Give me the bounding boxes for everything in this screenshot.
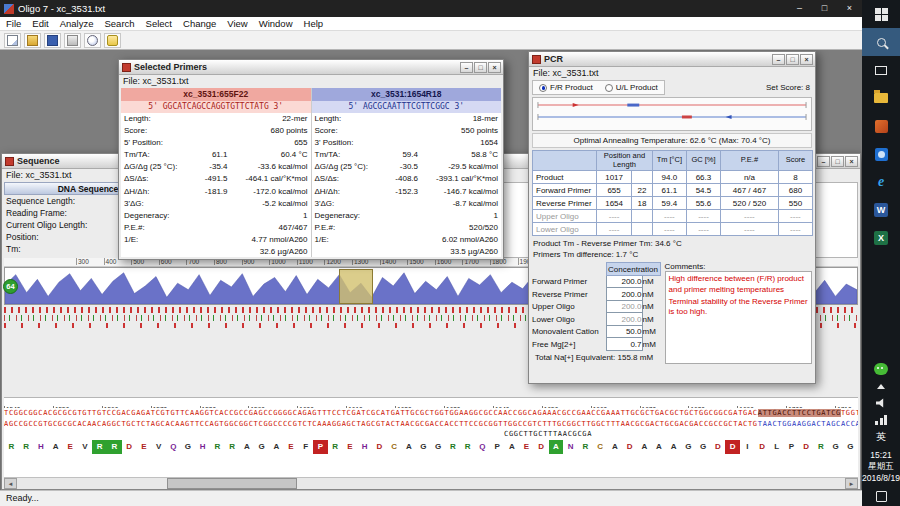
radio-u-l-product[interactable]: U/L Product — [605, 83, 658, 92]
aa-letter: P — [490, 440, 505, 454]
radio-f-r-product[interactable]: F/R Product — [539, 83, 593, 92]
close-button[interactable]: × — [800, 54, 813, 65]
find-oligo-button[interactable] — [84, 33, 101, 48]
aa-letter: D — [725, 440, 740, 454]
menu-search[interactable]: Search — [105, 18, 135, 29]
minimize-button[interactable]: – — [772, 54, 785, 65]
action-center-button[interactable] — [862, 486, 900, 506]
current-oligo-highlight[interactable]: ATTGACCTTCCTGATCG — [758, 409, 841, 417]
menu-select[interactable]: Select — [146, 18, 172, 29]
menu-edit[interactable]: Edit — [32, 18, 48, 29]
menu-help[interactable]: Help — [304, 18, 324, 29]
network-icon[interactable] — [862, 412, 900, 429]
scrollbar-track[interactable] — [17, 478, 845, 489]
excel-button[interactable]: X — [862, 224, 900, 252]
concentration-input[interactable]: 200.0 — [606, 300, 642, 313]
pcr-table-row[interactable]: Upper Oligo-------------------- — [533, 210, 813, 223]
reverse-primer-annealed[interactable]: CGGCTTGCTTTAACGCGA — [504, 430, 592, 438]
pcr-table-row[interactable]: Lower Oligo-------------------- — [533, 223, 813, 236]
close-button[interactable]: × — [845, 156, 858, 167]
volume-icon[interactable] — [862, 395, 900, 412]
taskbar: eWX 英 15:21 星期五 2016/8/19 — [862, 0, 900, 506]
maximize-button[interactable]: □ — [812, 0, 837, 17]
maximize-button[interactable]: □ — [786, 54, 799, 65]
ime-indicator[interactable]: 英 — [862, 429, 900, 446]
aa-letter: H — [357, 440, 372, 454]
concentration-input[interactable]: 50.0 — [606, 325, 642, 338]
radio-icon — [605, 84, 613, 92]
concentration-input[interactable]: 200.0 — [606, 313, 642, 326]
pcr-map-diagram[interactable] — [532, 97, 812, 131]
task-view-button[interactable] — [862, 56, 900, 84]
search-button[interactable] — [862, 28, 900, 56]
scrollbar-thumb[interactable] — [167, 478, 297, 489]
set-score[interactable]: Set Score: 8 — [766, 83, 812, 92]
stat-label: ΔH/Δh: — [124, 186, 149, 198]
dna-strand-bottom[interactable]: AGCCGCCGTGCGCGCACAACAGGCTGCTCTAGCACAAGTT… — [4, 419, 858, 430]
scroll-right-button[interactable]: ► — [845, 478, 858, 489]
forward-primer-sequence[interactable]: 5' GGCATCAGCCAGGTGTTCTATG 3' — [121, 101, 311, 113]
concentration-input[interactable]: 200.0 — [606, 288, 642, 301]
minimize-button[interactable]: – — [787, 0, 812, 17]
word-button[interactable]: W — [862, 196, 900, 224]
selected-primers-file-label: File: xc_3531.txt — [119, 75, 503, 87]
maximize-button[interactable]: □ — [831, 156, 844, 167]
aa-letter: V — [78, 440, 93, 454]
taskbar-clock[interactable]: 15:21 星期五 2016/8/19 — [862, 450, 900, 484]
menu-window[interactable]: Window — [259, 18, 293, 29]
new-file-button[interactable] — [4, 33, 21, 48]
aa-letter: H — [195, 440, 210, 454]
save-file-button[interactable] — [44, 33, 61, 48]
close-button[interactable]: × — [837, 0, 862, 17]
selected-region-band[interactable] — [339, 269, 373, 304]
horizontal-scrollbar[interactable]: ◄ ► — [4, 477, 858, 489]
pcr-table-row[interactable]: Reverse Primer16541859.455.6520 / 520550 — [533, 197, 813, 210]
edge-button[interactable]: e — [862, 168, 900, 196]
info-label: Tm: — [6, 243, 21, 255]
chevron-up-icon[interactable] — [862, 378, 900, 395]
stat-value-1 — [192, 198, 228, 210]
selected-primers-titlebar[interactable]: Selected Primers –□× — [119, 60, 503, 75]
menu-change[interactable]: Change — [183, 18, 216, 29]
selected-primers-window[interactable]: Selected Primers –□× File: xc_3531.txt x… — [118, 59, 504, 260]
photos-button[interactable] — [862, 140, 900, 168]
aa-letter: R — [446, 440, 461, 454]
aa-letter: E — [519, 440, 534, 454]
app-orange-button[interactable] — [862, 112, 900, 140]
reverse-primer-name[interactable]: xc_3531:1654R18 — [312, 88, 502, 101]
aa-letter: G — [828, 440, 843, 454]
pcr-table-row[interactable]: Forward Primer6552261.154.5467 / 467680 — [533, 184, 813, 197]
forward-primer-name[interactable]: xc_3531:655F22 — [121, 88, 311, 101]
pcr-titlebar[interactable]: PCR –□× — [529, 52, 815, 67]
concentration-input[interactable]: 200.0 — [606, 275, 642, 288]
start-button[interactable] — [862, 0, 900, 28]
position-marker-badge[interactable]: 64 — [3, 279, 18, 294]
maximize-button[interactable]: □ — [474, 62, 487, 73]
scroll-left-button[interactable]: ◄ — [4, 478, 17, 489]
menu-analyze[interactable]: Analyze — [60, 18, 94, 29]
concentration-unit: nM — [642, 313, 660, 326]
dna-strand-top[interactable]: TCGGCGGCACGCGCGTGTTGTCCGACGAGATCGTGTTCAA… — [4, 408, 858, 419]
pcr-table-row[interactable]: Product101794.066.3n/a8 — [533, 171, 813, 184]
open-file-button[interactable] — [24, 33, 41, 48]
chev-glyph — [877, 384, 885, 389]
wechat-icon[interactable] — [862, 361, 900, 378]
aa-letter: I — [740, 440, 755, 454]
reverse-primer-sequence[interactable]: 5' AGCGCAATTTCGTTCGGC 3' — [312, 101, 502, 113]
primer-stat-row: Score:680 points — [121, 125, 311, 137]
analyze-button[interactable] — [104, 33, 121, 48]
print-button[interactable] — [64, 33, 81, 48]
file-explorer-button[interactable] — [862, 84, 900, 112]
primer-stat-row: ΔS/Δs:-491.5-464.1 cal/°K*mol — [121, 173, 311, 185]
comments-panel: Comments: High difference between (F/R) … — [665, 262, 813, 364]
title-bar[interactable]: Oligo 7 - xc_3531.txt –□× — [0, 0, 862, 17]
pcr-row-label: Lower Oligo — [533, 223, 597, 236]
menu-view[interactable]: View — [227, 18, 247, 29]
pcr-window[interactable]: PCR –□× File: xc_3531.txt F/R ProductU/L… — [528, 51, 816, 384]
minimize-button[interactable]: – — [817, 156, 830, 167]
concentration-input[interactable]: 0.7 — [606, 338, 642, 351]
pcr-cell: 55.6 — [686, 197, 720, 210]
menu-file[interactable]: File — [6, 18, 21, 29]
minimize-button[interactable]: – — [460, 62, 473, 73]
close-button[interactable]: × — [488, 62, 501, 73]
